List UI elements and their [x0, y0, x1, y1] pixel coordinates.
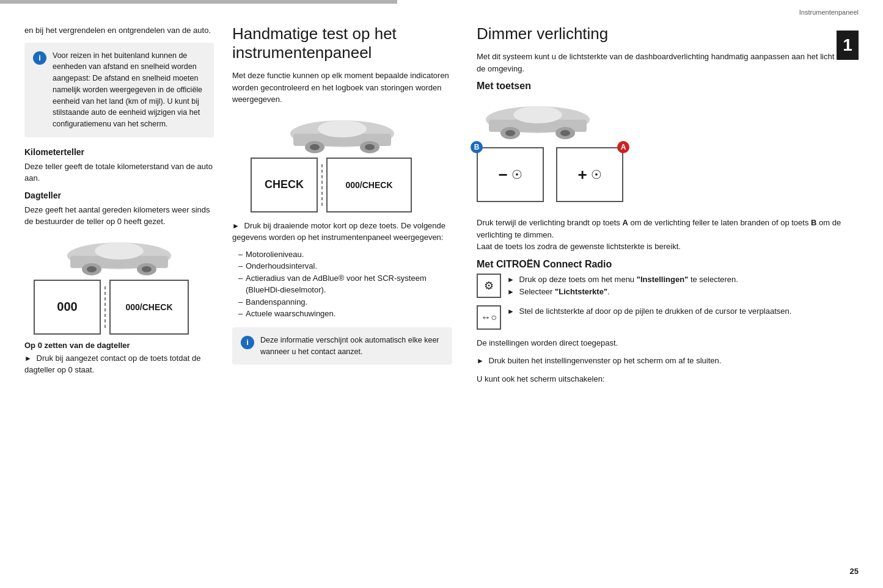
toetsen-description: Druk terwijl de verlichting brandt op to… — [477, 217, 859, 253]
dagteller-text: Deze geeft het aantal gereden kilometers… — [24, 204, 214, 228]
middle-intro: Met deze functie kunnen op elk moment be… — [232, 70, 452, 106]
dagteller-title: Dagteller — [24, 191, 214, 200]
gear-icon: ⚙ — [484, 279, 494, 292]
citro-footer-2: ► Druk buiten het instellingenvenster op… — [477, 355, 859, 367]
middle-column: Handmatige test op het instrumentenpanee… — [232, 24, 471, 391]
met-toetsen-title: Met toetsen — [477, 81, 859, 92]
car-illustration-left: 000 000/CHECK — [24, 238, 214, 335]
citro-row-2: ↔○ ► Stel de lichtsterkte af door op de … — [477, 305, 859, 330]
button-row-middle: CHECK 000/CHECK — [251, 158, 434, 212]
list-item: Onderhoudsinterval. — [238, 260, 452, 272]
info-box-left-text: Voor reizen in het buitenland kunnen de … — [53, 50, 205, 130]
svg-point-18 — [505, 130, 515, 136]
middle-arrow-text: ► Druk bij draaiende motor kort op deze … — [232, 220, 452, 244]
svg-point-12 — [365, 144, 375, 150]
arrow-icon-middle: ► — [232, 220, 240, 231]
arrows-icon-box: ↔○ — [477, 305, 501, 330]
list-item: Motorolieniveau. — [238, 249, 452, 261]
section-header: Instrumentenpaneel — [0, 4, 883, 18]
car-svg-right — [477, 101, 599, 141]
svg-point-11 — [310, 144, 320, 150]
citro-footer-3: U kunt ook het scherm uitschakelen: — [477, 373, 859, 385]
info-icon-middle: i — [241, 336, 254, 349]
info-icon-left: i — [33, 51, 46, 65]
list-item: Bandenspanning. — [238, 296, 452, 308]
svg-point-19 — [560, 130, 570, 136]
plus-icon: + — [577, 165, 587, 184]
car-illustration-middle: CHECK 000/CHECK — [232, 115, 452, 212]
dimmer-btn-b[interactable]: − ☉ — [477, 147, 544, 202]
sun-icon-a: ☉ — [591, 167, 602, 182]
section-number-badge: 1 — [837, 31, 859, 60]
arrows-icon: ↔○ — [481, 312, 497, 323]
sun-icon-b: ☉ — [511, 167, 522, 182]
list-item: Actuele waarschuwingen. — [238, 308, 452, 320]
arrow-icon-r2: ► — [507, 306, 515, 318]
button-row-left: 000 000/CHECK — [34, 280, 205, 335]
btn-000[interactable]: 000 — [34, 280, 101, 335]
check-list: Motorolieniveau. Onderhoudsinterval. Act… — [232, 249, 452, 320]
met-citro-title: Met CITROËN Connect Radio — [477, 259, 859, 270]
btn-000check-middle[interactable]: 000/CHECK — [326, 158, 412, 212]
arrow-icon-r1: ► — [507, 274, 515, 286]
info-box-middle: i Deze informatie verschijnt ook automat… — [232, 327, 452, 365]
svg-point-13 — [318, 120, 367, 137]
citro-row-1: ⚙ ► Druk op deze toets om het menu "Inst… — [477, 274, 859, 298]
svg-point-20 — [513, 106, 562, 123]
page-number: 25 — [850, 567, 859, 576]
right-column: 1 Dimmer verlichting Met dit systeem kun… — [471, 24, 859, 391]
car-svg-middle — [281, 115, 403, 155]
middle-title: Handmatige test op het instrumentenpanee… — [232, 24, 452, 62]
svg-point-5 — [142, 266, 152, 272]
vert-dashes-middle — [318, 158, 326, 212]
dimmer-btn-a-wrapper: A + ☉ — [556, 147, 623, 202]
gear-icon-box: ⚙ — [477, 274, 501, 298]
right-intro: Met dit systeem kunt u de lichtsterkte v… — [477, 51, 859, 74]
citro-footer-1: De instellingen worden direct toegepast. — [477, 337, 859, 349]
car-illustration-right: B − ☉ A + — [477, 101, 859, 211]
info-box-left: i Voor reizen in het buitenland kunnen d… — [24, 43, 214, 137]
arrow-icon-left: ► — [24, 353, 32, 364]
intro-text: en bij het vergrendelen en ontgrendelen … — [24, 24, 214, 37]
list-item: Actieradius van de AdBlue® voor het SCR-… — [238, 272, 452, 296]
svg-point-6 — [95, 242, 144, 260]
caption-arrow-text: ► Druk bij aangezet contact op de toets … — [24, 352, 214, 376]
kilometerteller-text: Deze teller geeft de totale kilometersta… — [24, 161, 214, 184]
dimmer-btn-b-wrapper: B − ☉ — [477, 147, 544, 202]
citro-row-1-text: ► Druk op deze toets om het menu "Instel… — [507, 274, 859, 298]
dimmer-buttons: B − ☉ A + — [477, 147, 623, 202]
kilometerteller-title: Kilometerteller — [24, 147, 214, 157]
arrow-icon-f2: ► — [477, 355, 484, 366]
svg-point-4 — [87, 266, 97, 272]
btn-check[interactable]: CHECK — [251, 158, 318, 212]
citro-row-2-text: ► Stel de lichtsterkte af door op de pij… — [507, 305, 859, 318]
vert-dashes-left — [101, 280, 109, 335]
info-box-middle-text: Deze informatie verschijnt ook automatis… — [260, 335, 444, 358]
right-title: Dimmer verlichting — [477, 24, 859, 43]
arrow-icon-r1b: ► — [507, 286, 515, 298]
btn-000check-left[interactable]: 000/CHECK — [109, 280, 189, 335]
section-header-text: Instrumentenpaneel — [799, 9, 859, 16]
page-layout: en bij het vergrendelen en ontgrendelen … — [0, 18, 883, 403]
minus-icon: − — [498, 165, 507, 184]
caption-bold: Op 0 zetten van de dagteller — [24, 341, 214, 350]
badge-a: A — [617, 141, 629, 153]
car-svg-left — [58, 238, 180, 277]
left-column: en bij het vergrendelen en ontgrendelen … — [24, 24, 232, 391]
dimmer-btn-a[interactable]: + ☉ — [556, 147, 623, 202]
